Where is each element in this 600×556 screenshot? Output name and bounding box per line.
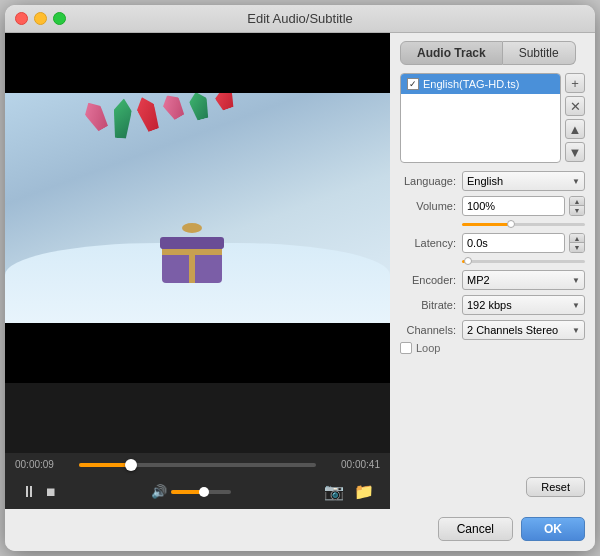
volume-icon: 🔊 xyxy=(151,484,167,499)
ok-button[interactable]: OK xyxy=(521,517,585,541)
tabs: Audio Track Subtitle xyxy=(400,41,585,65)
stop-button[interactable]: ⏹ xyxy=(45,485,57,499)
latency-slider[interactable] xyxy=(462,260,585,263)
move-up-button[interactable]: ▲ xyxy=(565,119,585,139)
crystal-green xyxy=(111,98,132,139)
volume-input[interactable]: 100% xyxy=(462,196,565,216)
volume-slider-row xyxy=(462,221,585,228)
volume-area: 🔊 xyxy=(151,484,231,499)
channels-value: 2 Channels Stereo xyxy=(467,324,558,336)
progress-bar-container: 00:00:09 00:00:41 xyxy=(15,459,380,470)
maximize-button[interactable] xyxy=(53,12,66,25)
time-total: 00:00:41 xyxy=(324,459,380,470)
track-list-buttons: + ✕ ▲ ▼ xyxy=(565,73,585,163)
encoder-dropdown[interactable]: MP2 ▼ xyxy=(462,270,585,290)
right-panel-inner: Audio Track Subtitle ✓ English(TAG-HD.ts… xyxy=(400,41,585,501)
progress-fill xyxy=(79,463,131,467)
video-bottom-bar xyxy=(5,323,390,383)
channels-label: Channels: xyxy=(400,324,462,336)
latency-stepper-down[interactable]: ▼ xyxy=(570,243,584,252)
bottom-bar: Cancel OK xyxy=(5,509,595,551)
window-title: Edit Audio/Subtitle xyxy=(247,11,353,26)
time-current: 00:00:09 xyxy=(15,459,71,470)
channels-dropdown[interactable]: 2 Channels Stereo ▼ xyxy=(462,320,585,340)
loop-row: Loop xyxy=(400,342,585,354)
language-setting: English ▼ xyxy=(462,171,585,191)
video-panel: 00:00:09 00:00:41 ⏸ ⏹ 🔊 xyxy=(5,33,390,509)
encoder-label: Encoder: xyxy=(400,274,462,286)
latency-input[interactable]: 0.0s xyxy=(462,233,565,253)
gift-bow xyxy=(182,223,202,233)
minimize-button[interactable] xyxy=(34,12,47,25)
screenshot-icon[interactable]: 📷 xyxy=(324,482,344,501)
move-down-button[interactable]: ▼ xyxy=(565,142,585,162)
encoder-setting: MP2 ▼ xyxy=(462,270,585,290)
titlebar-buttons xyxy=(15,12,66,25)
bitrate-value: 192 kbps xyxy=(467,299,512,311)
volume-label: Volume: xyxy=(400,200,462,212)
crystal-green2 xyxy=(187,93,212,121)
tab-subtitle[interactable]: Subtitle xyxy=(503,41,576,65)
latency-slider-thumb xyxy=(464,257,472,265)
gift-body xyxy=(162,243,222,283)
cancel-button[interactable]: Cancel xyxy=(438,517,513,541)
bitrate-arrow: ▼ xyxy=(572,301,580,310)
dialog-buttons: Cancel OK xyxy=(438,517,585,541)
latency-value: 0.0s xyxy=(467,237,488,249)
bitrate-dropdown[interactable]: 192 kbps ▼ xyxy=(462,295,585,315)
latency-slider-row xyxy=(462,258,585,265)
crystals-top xyxy=(83,93,238,144)
volume-track[interactable] xyxy=(171,490,231,494)
volume-stepper[interactable]: ▲ ▼ xyxy=(569,196,585,216)
progress-area: 00:00:09 00:00:41 xyxy=(5,453,390,476)
language-dropdown[interactable]: English ▼ xyxy=(462,171,585,191)
latency-setting: 0.0s ▲ ▼ xyxy=(462,233,585,253)
close-button[interactable] xyxy=(15,12,28,25)
volume-stepper-down[interactable]: ▼ xyxy=(570,206,584,215)
reset-button[interactable]: Reset xyxy=(526,477,585,497)
latency-stepper[interactable]: ▲ ▼ xyxy=(569,233,585,253)
channels-arrow: ▼ xyxy=(572,326,580,335)
list-item[interactable]: ✓ English(TAG-HD.ts) xyxy=(401,74,560,94)
titlebar: Edit Audio/Subtitle xyxy=(5,5,595,33)
latency-label: Latency: xyxy=(400,237,462,249)
video-frame xyxy=(5,93,390,323)
latency-stepper-up[interactable]: ▲ xyxy=(570,234,584,243)
encoder-value: MP2 xyxy=(467,274,490,286)
remove-track-button[interactable]: ✕ xyxy=(565,96,585,116)
settings-grid: Language: English ▼ Volume: 100% xyxy=(400,171,585,340)
volume-setting: 100% ▲ ▼ xyxy=(462,196,585,216)
video-area xyxy=(5,33,390,453)
tab-audio-track[interactable]: Audio Track xyxy=(400,41,503,65)
encoder-arrow: ▼ xyxy=(572,276,580,285)
channels-setting: 2 Channels Stereo ▼ xyxy=(462,320,585,340)
crystal-decoration xyxy=(5,93,390,323)
volume-slider-thumb xyxy=(507,220,515,228)
gift-lid xyxy=(160,237,224,249)
volume-stepper-up[interactable]: ▲ xyxy=(570,197,584,206)
loop-label: Loop xyxy=(416,342,440,354)
progress-track[interactable] xyxy=(79,463,316,467)
track-checkbox[interactable]: ✓ xyxy=(407,78,419,90)
right-panel: Audio Track Subtitle ✓ English(TAG-HD.ts… xyxy=(390,33,595,509)
folder-icon[interactable]: 📁 xyxy=(354,482,374,501)
crystal-pink xyxy=(81,98,112,133)
video-top-bar xyxy=(5,33,390,93)
loop-checkbox[interactable] xyxy=(400,342,412,354)
gift-ribbon-v xyxy=(189,243,195,283)
language-label: Language: xyxy=(400,175,462,187)
bitrate-setting: 192 kbps ▼ xyxy=(462,295,585,315)
content-area: 00:00:09 00:00:41 ⏸ ⏹ 🔊 xyxy=(5,33,595,509)
volume-thumb xyxy=(199,487,209,497)
controls-right: 📷 📁 xyxy=(324,482,374,501)
crystal-pink2 xyxy=(159,93,187,122)
controls-bar: ⏸ ⏹ 🔊 📷 📁 xyxy=(5,476,390,509)
add-track-button[interactable]: + xyxy=(565,73,585,93)
language-arrow: ▼ xyxy=(572,177,580,186)
progress-thumb xyxy=(125,459,137,471)
pause-button[interactable]: ⏸ xyxy=(21,483,37,501)
bitrate-label: Bitrate: xyxy=(400,299,462,311)
crystal-red2 xyxy=(213,93,237,112)
volume-slider[interactable] xyxy=(462,223,585,226)
crystal-red xyxy=(133,94,162,133)
